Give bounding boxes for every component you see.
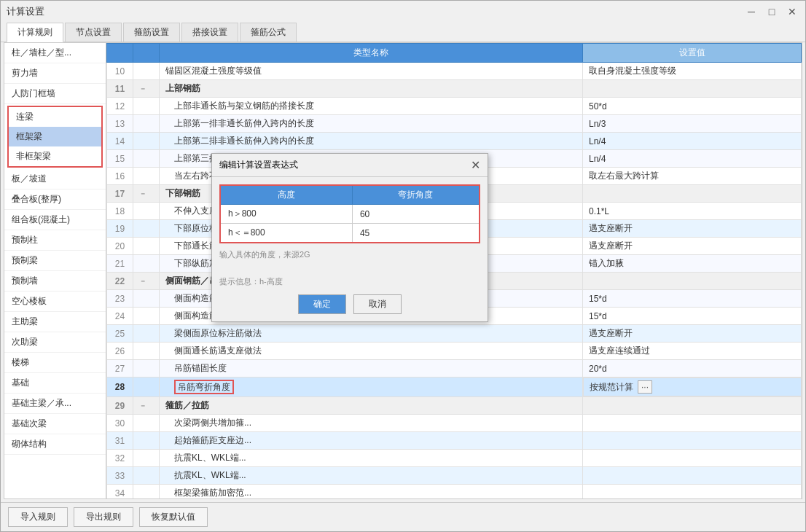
sidebar-item-precast-beam[interactable]: 预制梁 [4, 251, 106, 271]
row-num: 14 [107, 133, 133, 150]
row-value[interactable]: 0.1*L [583, 203, 802, 220]
tab-calc-rules[interactable]: 计算规则 [7, 23, 63, 42]
row-value[interactable]: 15*d [583, 290, 802, 308]
row-toggle [133, 168, 160, 185]
row-label: 抗震KL、WKL端... [160, 450, 583, 467]
row-toggle[interactable]: － [133, 397, 160, 415]
dialog-close-button[interactable]: ✕ [471, 158, 480, 172]
row-label: 框架梁箍筋加密范... [160, 485, 583, 499]
close-button[interactable]: ✕ [785, 6, 799, 17]
row-toggle [133, 238, 160, 255]
dialog-table-row: h＞800 60 [220, 205, 480, 224]
row-label: 梁侧面原位标注筋做法 [160, 325, 583, 343]
table-row-28: 28 吊筋弯折角度 按规范计算 ··· [107, 378, 802, 397]
export-rules-button[interactable]: 导出规则 [74, 507, 133, 527]
dialog-value-2[interactable]: 45 [352, 224, 480, 243]
sidebar-item-precast-column[interactable]: 预制柱 [4, 230, 106, 251]
table-row: 33 抗震KL、WKL端... [107, 467, 802, 485]
row-value[interactable]: 50*d [583, 98, 802, 115]
row-num: 16 [107, 168, 133, 185]
row-value[interactable]: 20*d [583, 360, 802, 378]
dialog-condition-2[interactable]: h＜＝800 [220, 224, 352, 243]
bottom-bar: 导入规则 导出规则 恢复默认值 [1, 502, 805, 531]
sidebar-item-civil-defense[interactable]: 人防门框墙 [4, 84, 106, 104]
sidebar-item-composite-slab[interactable]: 叠合板(整厚) [4, 189, 106, 210]
tab-node-settings[interactable]: 节点设置 [65, 23, 122, 42]
row-num: 32 [107, 450, 133, 467]
sidebar-item-precast-wall[interactable]: 预制墙 [4, 271, 106, 292]
dialog-condition-1[interactable]: h＞800 [220, 205, 352, 224]
minimize-button[interactable]: ─ [744, 6, 759, 17]
sidebar-item-hollow-slab[interactable]: 空心楼板 [4, 292, 106, 312]
col-toggle [133, 44, 160, 63]
row-value[interactable]: Ln/4 [583, 133, 802, 150]
row-num: 21 [107, 255, 133, 273]
sidebar-item-stair[interactable]: 楼梯 [4, 353, 106, 373]
row-num: 26 [107, 343, 133, 360]
tab-stirrup-settings[interactable]: 箍筋设置 [123, 23, 180, 42]
row-toggle[interactable]: － [133, 273, 160, 290]
row-toggle[interactable]: － [133, 185, 160, 203]
row-toggle [133, 450, 160, 467]
row-value[interactable]: Ln/4 [583, 150, 802, 168]
maximize-button[interactable]: □ [764, 6, 779, 17]
row-label: 上部第一排非通长筋伸入跨内的长度 [160, 115, 583, 133]
sidebar-item-shearwall[interactable]: 剪力墙 [4, 63, 106, 84]
sidebar-item-foundation-main-beam[interactable]: 基础主梁／承... [4, 394, 106, 414]
sidebar-item-main-rib[interactable]: 主助梁 [4, 312, 106, 332]
row-label: 吊筋锚固长度 [160, 360, 583, 378]
row-value[interactable] [583, 450, 802, 467]
sidebar-item-foundation[interactable]: 基础 [4, 373, 106, 394]
row-value[interactable]: 遇支座断开 [583, 220, 802, 238]
row-value[interactable] [583, 415, 802, 432]
row-toggle [133, 378, 160, 397]
row-value[interactable] [583, 485, 802, 499]
row-num: 24 [107, 308, 133, 325]
import-rules-button[interactable]: 导入规则 [8, 507, 68, 527]
row-num: 11 [107, 80, 133, 98]
row-value[interactable]: 遇支座连续通过 [583, 343, 802, 360]
dialog-ok-button[interactable]: 确定 [298, 294, 346, 314]
row-toggle [133, 150, 160, 168]
sidebar-item-non-frame-beam[interactable]: 非框架梁 [9, 146, 101, 166]
dialog-value-1[interactable]: 60 [352, 205, 480, 224]
tab-lap-settings[interactable]: 搭接设置 [181, 23, 238, 42]
table-row: 34 框架梁箍筋加密范... [107, 485, 802, 499]
row-28-value-text: 按规范计算 [590, 381, 633, 394]
row-value[interactable]: 锚入加腋 [583, 255, 802, 273]
row-value-28[interactable]: 按规范计算 ··· [583, 378, 802, 396]
row-28-edit-button[interactable]: ··· [638, 380, 652, 394]
row-num: 13 [107, 115, 133, 133]
restore-defaults-button[interactable]: 恢复默认值 [139, 507, 208, 527]
row-toggle[interactable]: － [133, 80, 160, 98]
row-value[interactable]: 遇支座断开 [583, 325, 802, 343]
dialog-footer: 确定 取消 [212, 290, 488, 321]
row-toggle [133, 360, 160, 378]
sidebar-item-slab[interactable]: 板／坡道 [4, 169, 106, 189]
row-label: 抗震KL、WKL端... [160, 467, 583, 485]
sidebar-item-secondary-rib[interactable]: 次助梁 [4, 332, 106, 353]
row-toggle [133, 63, 160, 80]
row-label: 箍筋／拉筋 [160, 397, 583, 415]
row-value[interactable]: Ln/3 [583, 115, 802, 133]
sidebar-item-column[interactable]: 柱／墙柱／型... [4, 43, 106, 63]
row-toggle [133, 415, 160, 432]
sidebar-item-frame-beam[interactable]: 框架梁 [9, 127, 101, 146]
row-value[interactable] [583, 467, 802, 485]
sidebar: 柱／墙柱／型... 剪力墙 人防门框墙 连梁 框架梁 非框架梁 板／坡道 叠合板… [4, 43, 106, 498]
sidebar-item-lian-liang[interactable]: 连梁 [9, 107, 101, 127]
row-label: 起始箍筋距支座边... [160, 432, 583, 450]
sidebar-item-masonry[interactable]: 砌体结构 [4, 434, 106, 455]
row-value[interactable]: 15*d [583, 308, 802, 325]
dialog-cancel-button[interactable]: 取消 [353, 294, 402, 314]
sidebar-item-composite-concrete[interactable]: 组合板(混凝土) [4, 210, 106, 230]
row-value[interactable]: 遇支座断开 [583, 238, 802, 255]
row-value[interactable]: 取左右最大跨计算 [583, 168, 802, 185]
dialog-title-text: 编辑计算设置表达式 [219, 159, 298, 171]
row-value[interactable] [583, 432, 802, 450]
row-value[interactable]: 取自身混凝土强度等级 [583, 63, 802, 80]
tab-stirrup-formula[interactable]: 箍筋公式 [240, 23, 297, 42]
col-type-name: 类型名称 [160, 44, 583, 63]
row-num: 28 [107, 378, 133, 397]
sidebar-item-foundation-secondary-beam[interactable]: 基础次梁 [4, 414, 106, 434]
